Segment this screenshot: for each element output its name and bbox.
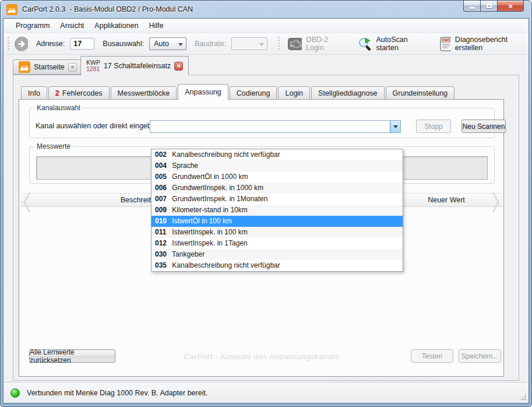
subtab-label: Codierung — [237, 89, 270, 97]
dropdown-item-009[interactable]: 009 Kilometer-stand in 10km — [152, 205, 403, 216]
chevron-down-icon — [178, 43, 183, 48]
combo-dropdown-button[interactable] — [390, 121, 400, 132]
dropdown-item-035[interactable]: 035 Kanalbeschreibung nicht verfügbar — [152, 260, 403, 271]
close-button[interactable] — [497, 1, 524, 12]
dropdown-item-code: 012 — [155, 238, 170, 249]
group-title: Messwerte — [34, 142, 73, 150]
statusbar: Verbunden mit Menke Diag 1000 Rev. B. Ad… — [3, 382, 529, 403]
dropdown-item-030[interactable]: 030 Tankgeber — [152, 249, 403, 260]
subtab-anpassung[interactable]: Anpassung — [178, 84, 228, 100]
titlebar[interactable]: CarPort 2.0.3 - Basis-Modul OBD2 / Pro-M… — [1, 1, 531, 18]
subtab-codierung[interactable]: Codierung — [230, 86, 277, 100]
rescan-button[interactable]: Neu Scannen — [461, 120, 506, 133]
car-icon — [6, 4, 17, 15]
error-count-badge: 2 — [55, 89, 59, 97]
maximize-button[interactable] — [481, 1, 497, 12]
toolbar: Adresse: Busauswahl: Auto Baudrate: — [3, 33, 529, 55]
dropdown-item-label: GrundwertÖl in 1000 km — [170, 173, 248, 181]
svg-text:OBD: OBD — [442, 38, 449, 42]
dropdown-item-002[interactable]: 002 Kanalbeschreibung nicht verfügbar — [152, 149, 403, 160]
menu-item-hilfe[interactable]: Hilfe — [143, 19, 168, 33]
bus-label: Busauswahl: — [103, 40, 144, 48]
reset-learned-values-button[interactable]: Alle Lernwerte zurücksetzen — [29, 349, 115, 363]
dropdown-item-code: 035 — [155, 260, 170, 271]
dropdown-item-006[interactable]: 006 GrundwertInspek. in 1000 km — [152, 183, 403, 194]
autoscan-button[interactable]: AutoScan starten — [357, 36, 426, 52]
dropdown-item-007[interactable]: 007 GrundwertInspek. in 1Monaten — [152, 194, 403, 205]
scroll-left-icon[interactable] — [22, 191, 31, 214]
dropdown-item-label: Sprache — [170, 162, 198, 170]
client-area: ProgrammAnsichtApplikationenHilfe Adress… — [3, 18, 529, 404]
minimize-icon — [470, 7, 475, 9]
window-frame: CarPort 2.0.3 - Basis-Modul OBD2 / Pro-M… — [0, 0, 532, 407]
menubar: ProgrammAnsichtApplikationenHilfe — [3, 19, 529, 33]
tab-close-icon[interactable] — [174, 62, 183, 71]
subtab-label: Grundeinstellung — [393, 89, 448, 97]
tab-label: 17 Schalttafeleinsatz — [104, 62, 171, 70]
channel-combobox[interactable] — [150, 120, 401, 133]
dropdown-item-label: Kanalbeschreibung nicht verfügbar — [170, 150, 280, 159]
obd-login-label: OBD-2 Login — [306, 36, 343, 52]
address-input[interactable] — [70, 38, 94, 50]
resize-grip[interactable] — [519, 393, 527, 401]
menu-item-applikationen[interactable]: Applikationen — [89, 19, 143, 33]
dropdown-item-005[interactable]: 005 GrundwertÖl in 1000 km — [152, 171, 403, 183]
close-icon — [508, 1, 513, 11]
minimize-button[interactable] — [463, 1, 481, 12]
table-col-new-value: Neuer Wert — [406, 194, 487, 207]
maximize-icon — [487, 3, 492, 8]
dropdown-item-label: Kanalbeschreibung nicht verfügbar — [170, 261, 280, 269]
dropdown-item-label: IstwertInspek. in 100 km — [170, 228, 248, 236]
scroll-right-icon[interactable] — [491, 191, 501, 214]
subtab-stellglieddiagnose[interactable]: Stellglieddiagnose — [311, 86, 384, 100]
tab-bar: Startseite KWP 1281 17 Schalttafeleinsat… — [3, 55, 529, 75]
report-button[interactable]: OBD Diagnosebericht erstellen — [440, 36, 529, 52]
channel-combo-input[interactable] — [150, 121, 390, 132]
report-label: Diagnosebericht erstellen — [455, 36, 529, 52]
dropdown-item-code: 002 — [155, 149, 170, 160]
subtab-bar: Info2FehlercodesMesswertblöckeAnpassungC… — [21, 84, 456, 100]
dropdown-item-012[interactable]: 012 IstwertInspek. in 1Tagen — [152, 238, 403, 249]
channel-groupbox: Kanalauswahl Kanal auswählen oder direkt… — [29, 108, 495, 138]
dropdown-item-label: IstwertInspek. in 1Tagen — [170, 239, 248, 247]
bus-select-value: Auto — [154, 40, 169, 48]
tab-label: Startseite — [34, 63, 65, 71]
obd-document-icon: OBD — [440, 37, 451, 51]
car-icon — [19, 61, 30, 73]
autoscan-label: AutoScan starten — [376, 36, 426, 52]
subtab-info[interactable]: Info — [21, 86, 47, 100]
bus-select[interactable]: Auto — [149, 37, 186, 50]
subtab-grundeinstellung[interactable]: Grundeinstellung — [386, 86, 455, 100]
engine-icon — [288, 38, 302, 50]
tab-session[interactable]: KWP 1281 17 Schalttafeleinsatz — [80, 56, 189, 75]
menu-item-programm[interactable]: Programm — [10, 19, 55, 33]
dropdown-item-004[interactable]: 004 Sprache — [152, 160, 403, 171]
subtab-fehlercodes[interactable]: 2Fehlercodes — [48, 86, 110, 100]
subtab-label: Info — [28, 89, 40, 97]
arrow-circle-icon[interactable] — [14, 36, 28, 52]
subtab-messwertblocke[interactable]: Messwertblöcke — [111, 86, 177, 100]
faint-dashes — [331, 378, 435, 379]
save-button: Speichern... — [459, 349, 501, 363]
subtab-label: Anpassung — [185, 88, 221, 96]
chevron-down-icon — [393, 125, 398, 131]
chevron-down-icon — [259, 43, 264, 48]
dropdown-item-010[interactable]: 010 IstwertÖl in 100 km — [152, 216, 403, 227]
address-label: Adresse: — [36, 40, 65, 48]
dropdown-item-label: Kilometer-stand in 10km — [170, 206, 248, 214]
tab-close-icon[interactable] — [68, 63, 77, 72]
subtab-login[interactable]: Login — [278, 86, 310, 100]
subtab-label: Fehlercodes — [62, 89, 103, 97]
protocol-badge: KWP 1281 — [86, 59, 100, 72]
tab-startseite[interactable]: Startseite — [13, 59, 83, 75]
toolbar-grip — [8, 37, 9, 51]
channel-prompt: Kanal auswählen oder direkt eingeben: — [36, 122, 161, 130]
dropdown-item-011[interactable]: 011 IstwertInspek. in 100 km — [152, 227, 403, 238]
menu-item-ansicht[interactable]: Ansicht — [55, 19, 89, 33]
dropdown-item-code: 010 — [155, 216, 170, 227]
stop-button: Stopp — [416, 120, 451, 133]
dropdown-item-label: GrundwertInspek. in 1Monaten — [170, 195, 267, 203]
magnifier-play-icon — [357, 36, 372, 51]
dropdown-item-code: 006 — [155, 183, 170, 194]
subtab-label: Stellglieddiagnose — [318, 89, 377, 97]
